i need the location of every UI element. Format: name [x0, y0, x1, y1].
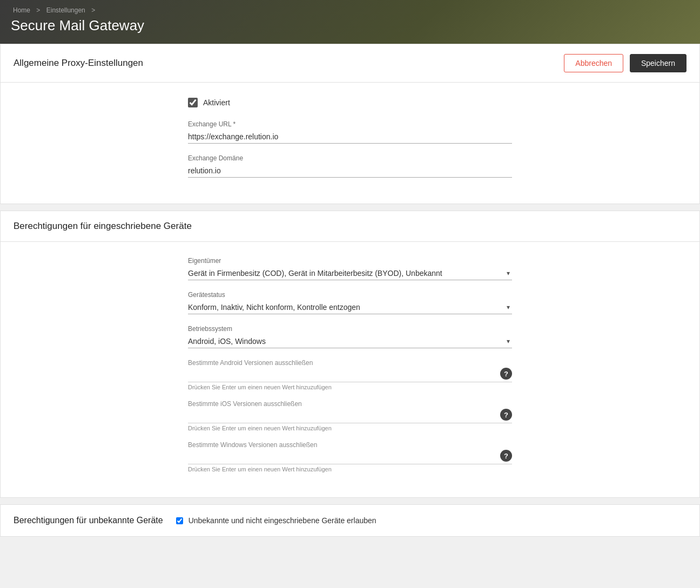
unknown-devices-card: Berechtigungen für unbekannte Geräte Unb… — [0, 504, 700, 537]
windows-versions-hint: Drücken Sie Enter um einen neuen Wert hi… — [188, 466, 512, 472]
android-help-icon[interactable]: ? — [500, 368, 512, 380]
enrolled-devices-header: Berechtigungen für eingeschriebene Gerät… — [1, 211, 699, 242]
os-label: Betriebssystem — [188, 325, 512, 333]
android-versions-hint: Drücken Sie Enter um einen neuen Wert hi… — [188, 384, 512, 390]
ios-versions-hint: Drücken Sie Enter um einen neuen Wert hi… — [188, 425, 512, 431]
breadcrumb-home[interactable]: Home — [13, 6, 30, 14]
unknown-devices-inner: Berechtigungen für unbekannte Geräte Unb… — [1, 505, 699, 536]
android-versions-group: Bestimmte Android Versionen ausschließen… — [188, 359, 512, 390]
unknown-devices-checkbox[interactable] — [176, 517, 183, 524]
owner-label: Eigentümer — [188, 257, 512, 265]
exchange-url-input[interactable] — [188, 130, 512, 144]
unknown-checkbox-row: Unbekannte und nicht eingeschriebene Ger… — [176, 516, 376, 525]
ios-versions-row: ? — [188, 409, 512, 423]
general-settings-title: Allgemeine Proxy-Einstellungen — [14, 58, 143, 69]
main-content: Allgemeine Proxy-Einstellungen Abbrechen… — [0, 44, 700, 537]
page-header: Home > Einstellungen > Secure Mail Gatew… — [0, 0, 700, 44]
page-title: Secure Mail Gateway — [11, 17, 689, 34]
breadcrumb: Home > Einstellungen > — [11, 6, 689, 14]
ios-versions-label: Bestimmte iOS Versionen ausschließen — [188, 400, 512, 408]
windows-versions-label: Bestimmte Windows Versionen ausschließen — [188, 441, 512, 449]
device-status-label: Gerätestatus — [188, 291, 512, 299]
os-select[interactable]: Android, iOS, Windows — [188, 335, 512, 348]
owner-select-wrapper: Gerät in Firmenbesitz (COD), Gerät in Mi… — [188, 267, 512, 280]
unknown-devices-title: Berechtigungen für unbekannte Geräte — [14, 516, 163, 525]
breadcrumb-sep1: > — [36, 6, 40, 14]
ios-help-icon[interactable]: ? — [500, 409, 512, 421]
windows-versions-input[interactable] — [188, 450, 496, 461]
general-settings-card: Allgemeine Proxy-Einstellungen Abbrechen… — [0, 44, 700, 204]
android-versions-input[interactable] — [188, 368, 496, 379]
breadcrumb-einstellungen[interactable]: Einstellungen — [46, 6, 85, 14]
enrolled-devices-form: Eigentümer Gerät in Firmenbesitz (COD), … — [188, 257, 512, 472]
general-settings-header: Allgemeine Proxy-Einstellungen Abbrechen… — [1, 44, 699, 83]
exchange-url-label: Exchange URL * — [188, 120, 512, 128]
device-status-select[interactable]: Konform, Inaktiv, Nicht konform, Kontrol… — [188, 301, 512, 314]
owner-select[interactable]: Gerät in Firmenbesitz (COD), Gerät in Mi… — [188, 267, 512, 280]
os-select-wrapper: Android, iOS, Windows ▾ — [188, 335, 512, 348]
os-group: Betriebssystem Android, iOS, Windows ▾ — [188, 325, 512, 348]
windows-versions-row: ? — [188, 450, 512, 464]
device-status-group: Gerätestatus Konform, Inaktiv, Nicht kon… — [188, 291, 512, 314]
activated-label[interactable]: Aktiviert — [203, 98, 230, 107]
device-status-select-wrapper: Konform, Inaktiv, Nicht konform, Kontrol… — [188, 301, 512, 314]
enrolled-devices-title: Berechtigungen für eingeschriebene Gerät… — [14, 221, 192, 232]
unknown-devices-label[interactable]: Unbekannte und nicht eingeschriebene Ger… — [189, 516, 376, 525]
save-button[interactable]: Speichern — [630, 54, 686, 72]
android-versions-label: Bestimmte Android Versionen ausschließen — [188, 359, 512, 367]
exchange-domain-label: Exchange Domäne — [188, 154, 512, 162]
windows-versions-group: Bestimmte Windows Versionen ausschließen… — [188, 441, 512, 472]
windows-help-icon[interactable]: ? — [500, 450, 512, 462]
ios-versions-input[interactable] — [188, 409, 496, 420]
exchange-url-group: Exchange URL * — [188, 120, 512, 144]
general-settings-form: Aktiviert Exchange URL * Exchange Domäne — [188, 98, 512, 178]
cancel-button[interactable]: Abbrechen — [564, 54, 623, 72]
exchange-domain-input[interactable] — [188, 164, 512, 178]
exchange-domain-group: Exchange Domäne — [188, 154, 512, 178]
activated-checkbox[interactable] — [188, 98, 198, 107]
ios-versions-group: Bestimmte iOS Versionen ausschließen ? D… — [188, 400, 512, 431]
activated-row: Aktiviert — [188, 98, 512, 107]
enrolled-devices-card: Berechtigungen für eingeschriebene Gerät… — [0, 211, 700, 498]
general-settings-body: Aktiviert Exchange URL * Exchange Domäne — [1, 83, 699, 204]
breadcrumb-sep2: > — [91, 6, 95, 14]
enrolled-devices-body: Eigentümer Gerät in Firmenbesitz (COD), … — [1, 242, 699, 497]
android-versions-row: ? — [188, 368, 512, 382]
owner-group: Eigentümer Gerät in Firmenbesitz (COD), … — [188, 257, 512, 280]
header-actions: Abbrechen Speichern — [564, 54, 686, 72]
